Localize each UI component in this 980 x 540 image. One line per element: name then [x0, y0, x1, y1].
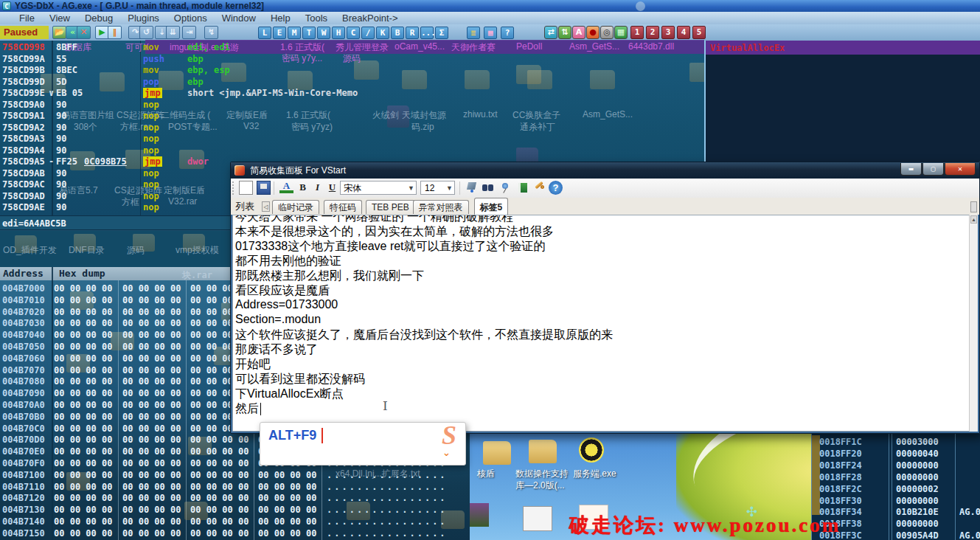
breakpoint-slot-button-1[interactable]: 1	[630, 26, 644, 39]
patch-grid-icon[interactable]: ▦	[484, 27, 497, 39]
swap-arrows-icon[interactable]: ⇄	[544, 26, 557, 39]
pane-button-h[interactable]: H	[332, 27, 345, 39]
pause-icon[interactable]: ‖	[108, 26, 122, 39]
collector-panel-window[interactable]: 简易收集面板 For VStart ▬ ▢ ✕ A B I U 宋体▼ 12▼ …	[230, 162, 980, 434]
disasm-row[interactable]: 758CD99E∨EB 05jmpshort <jmp.&API-MS-Win-…	[0, 88, 704, 99]
tab-3[interactable]: TEB PEB	[366, 200, 415, 214]
breakpoint-slot-button-5[interactable]: 5	[692, 26, 706, 39]
run-to-return-icon[interactable]: ⇥	[182, 26, 196, 39]
menu-item-options[interactable]: Options	[174, 12, 207, 24]
breakpoint-slot-button-2[interactable]: 2	[646, 26, 659, 39]
scroll-up-icon[interactable]: ▲	[970, 215, 977, 224]
pane-button-l[interactable]: L	[258, 27, 271, 39]
hex-row[interactable]: 004B714000 00 00 0000 00 00 0000 00 00 0…	[0, 516, 470, 527]
font-color-icon[interactable]: A	[279, 181, 293, 193]
stack-row[interactable]: 0018FF2C00000002	[812, 484, 980, 495]
binary-grid-icon[interactable]: ▦	[614, 26, 628, 39]
font-size-select[interactable]: 12▼	[420, 181, 455, 195]
list-window-icon[interactable]: ≡	[467, 27, 480, 39]
pane-button-e[interactable]: E	[273, 27, 286, 39]
desktop-icon-app[interactable]	[579, 437, 604, 463]
maximize-button[interactable]: ▢	[922, 163, 944, 176]
step-over-icon[interactable]: ↺	[139, 26, 153, 39]
editor-titlebar[interactable]: 简易收集面板 For VStart ▬ ▢ ✕	[231, 162, 979, 179]
pane-button-w[interactable]: W	[317, 27, 330, 39]
hex-row[interactable]: 004B715000 00 00 0000 00 00 0000 00 00 0…	[0, 528, 470, 539]
disasm-row[interactable]: 758CD9A390nop	[0, 134, 704, 145]
minimize-button[interactable]: ▬	[900, 163, 922, 176]
disasm-row[interactable]: 758CD9988BFFmovedi, edi	[0, 42, 704, 53]
underline-icon[interactable]: U	[325, 181, 339, 195]
pane-button-c[interactable]: C	[347, 27, 360, 39]
record-dot-icon[interactable]: ●	[586, 26, 600, 39]
close-program-icon[interactable]: ✕	[77, 26, 91, 39]
help-window-icon[interactable]: ?	[501, 27, 514, 39]
disasm-row[interactable]: 758CD9A290nop	[0, 122, 704, 134]
pane-button-t[interactable]: T	[302, 27, 316, 39]
registers-pane[interactable]	[704, 41, 980, 162]
help-icon[interactable]: ?	[549, 181, 563, 195]
menu-item-debug[interactable]: Debug	[85, 12, 113, 24]
close-button[interactable]: ✕	[945, 163, 976, 176]
editor-scrollbar[interactable]: ▲	[969, 215, 978, 432]
book-icon[interactable]	[515, 181, 529, 195]
pane-button-m[interactable]: M	[288, 27, 301, 39]
ime-popup[interactable]: ALT+F9 S ⌄	[260, 422, 466, 465]
pane-button-dots[interactable]: ...	[420, 27, 434, 39]
tab-2[interactable]: 特征码	[324, 200, 362, 214]
disasm-row[interactable]: 758CD9A490nop	[0, 145, 704, 156]
menu-item-tools[interactable]: Tools	[305, 12, 327, 24]
pane-button-b[interactable]: B	[391, 27, 404, 39]
stack-row[interactable]: 0018FF2000000040	[812, 449, 980, 460]
updown-arrows-icon[interactable]: ⇅	[558, 26, 571, 39]
go-to-icon[interactable]: ↯	[204, 26, 218, 39]
disasm-row[interactable]: 758CD99B8BECmovebp, esp	[0, 65, 704, 76]
hex-row[interactable]: 004B713000 00 00 0000 00 00 0000 00 00 0…	[0, 505, 470, 516]
disasm-row[interactable]: 758CD99D5Dpopebp	[0, 77, 704, 88]
desktop-icon-folder[interactable]	[529, 440, 557, 463]
bold-icon[interactable]: B	[296, 181, 310, 195]
menu-item-help[interactable]: Help	[271, 12, 291, 24]
hex-row[interactable]: 004B711000 00 00 0000 00 00 0000 00 00 0…	[0, 482, 470, 493]
target-icon[interactable]: ◎	[600, 26, 614, 39]
menu-item-view[interactable]: View	[49, 12, 70, 24]
tab-4[interactable]: 异常对照表	[413, 200, 469, 214]
pane-button-k[interactable]: K	[376, 27, 389, 39]
desktop-icon-rar[interactable]	[470, 503, 489, 527]
tab-overflow-button[interactable]	[970, 201, 977, 212]
stack-row[interactable]: 0018FF1C00003000	[812, 437, 980, 448]
collapse-left-icon[interactable]: ◁	[262, 201, 270, 212]
menu-item-breakpoint[interactable]: BreakPoint->	[342, 12, 398, 24]
disasm-row[interactable]: 758CD99A55pushebp	[0, 54, 704, 65]
desktop-icon-folder[interactable]	[483, 441, 511, 465]
pane-button-r[interactable]: R	[406, 27, 419, 39]
font-family-select[interactable]: 宋体▼	[340, 181, 417, 195]
pane-button-σ[interactable]: Σ	[435, 27, 448, 39]
wrench-icon[interactable]	[532, 181, 546, 195]
pane-button-/[interactable]: /	[361, 27, 375, 39]
tab-1[interactable]: 临时记录	[272, 200, 319, 214]
save-icon[interactable]	[257, 181, 271, 195]
breakpoint-slot-button-4[interactable]: 4	[677, 26, 690, 39]
stack-row[interactable]: 0018FF3000000000	[812, 496, 980, 507]
disasm-row[interactable]: 758CD9A190nop	[0, 111, 704, 122]
editor-content[interactable]: 今天给大家带来 一个网络验证的 一个精确的破解教程本来不是很想录这个的，因为实在…	[232, 215, 972, 432]
italic-icon[interactable]: I	[310, 181, 324, 195]
find-binoculars-icon[interactable]	[481, 181, 495, 195]
chevron-down-icon[interactable]: ⌄	[442, 447, 451, 458]
assemble-icon[interactable]: A	[572, 26, 585, 39]
new-document-icon[interactable]	[239, 181, 253, 195]
open-folder-icon[interactable]: 📂	[52, 26, 66, 39]
breakpoint-slot-button-3[interactable]: 3	[661, 26, 675, 39]
debugger-titlebar[interactable]: C YGS-DbX - AG.exe - [ G.P.U - main thre…	[0, 0, 980, 12]
stack-row[interactable]: 0018FF2400000000	[812, 460, 980, 471]
pushpin-icon[interactable]	[498, 181, 512, 195]
stack-row[interactable]: 0018FF2800000000	[812, 472, 980, 483]
disasm-row[interactable]: 758CD9A090nop	[0, 100, 704, 111]
highlight-bucket-icon[interactable]	[465, 181, 479, 195]
desktop-icon-gear[interactable]	[523, 506, 552, 531]
menu-item-window[interactable]: Window	[222, 12, 256, 24]
hex-row[interactable]: 004B712000 00 00 0000 00 00 0000 00 00 0…	[0, 493, 470, 504]
trace-over-icon[interactable]: ⇊	[166, 26, 180, 39]
menu-item-plugins[interactable]: Plugins	[128, 12, 159, 24]
